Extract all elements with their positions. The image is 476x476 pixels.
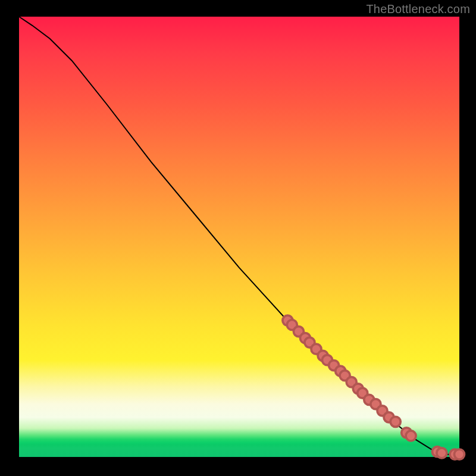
data-point [454, 449, 464, 459]
data-point [390, 416, 400, 427]
plot-area [19, 17, 459, 457]
bottleneck-curve [19, 17, 459, 455]
data-point [406, 431, 416, 441]
chart-stage: TheBottleneck.com [0, 0, 476, 476]
chart-svg [19, 17, 459, 457]
attribution-text: TheBottleneck.com [366, 2, 470, 16]
data-point [437, 448, 447, 458]
data-markers [283, 315, 465, 459]
